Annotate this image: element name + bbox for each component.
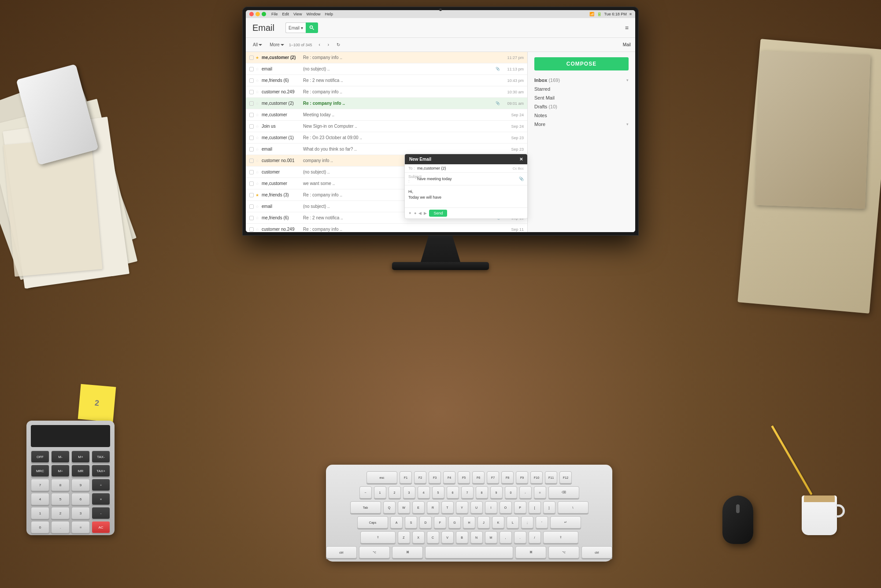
format-icon-1[interactable]: ✦ [408,211,412,215]
folder-item-more[interactable]: More ▾ [534,120,629,129]
calc-key-subtract[interactable]: - [92,507,110,519]
key-f5[interactable]: F5 [458,471,470,484]
calc-key-7[interactable]: 7 [31,479,49,491]
key-v[interactable]: V [441,531,454,544]
email-row[interactable]: ☆ customer no.249 Re : company info .. S… [246,224,527,232]
maximize-button[interactable] [262,12,266,16]
key-return[interactable]: ↵ [550,516,581,529]
email-checkbox[interactable] [249,136,254,140]
key-w[interactable]: W [398,501,410,514]
key-backspace[interactable]: ⌫ [548,486,579,499]
key-o[interactable]: O [500,501,512,514]
star-icon[interactable]: ☆ [255,101,260,106]
key-cmd[interactable]: ⌘ [392,546,423,558]
key-quote[interactable]: ' [536,516,548,529]
key-u[interactable]: U [470,501,483,514]
calc-key-mdiv[interactable]: M÷ [51,465,70,477]
calc-key-mr[interactable]: MR [71,465,90,477]
email-checkbox[interactable] [249,193,254,197]
next-page-button[interactable]: › [325,41,332,48]
key-j[interactable]: J [478,516,490,529]
star-icon[interactable]: ☆ [255,90,260,94]
key-period[interactable]: . [514,531,526,544]
search-button[interactable] [306,22,318,33]
key-x[interactable]: X [412,531,425,544]
format-icon-4[interactable]: ▶ [424,211,427,215]
email-checkbox[interactable] [249,55,254,60]
key-shift-left[interactable]: ⇧ [360,531,396,544]
key-f6[interactable]: F6 [472,471,485,484]
key-rbracket[interactable]: ] [543,501,555,514]
calc-key-mplus[interactable]: M+ [71,451,90,463]
key-option-right[interactable]: ⌥ [548,546,579,558]
key-lbracket[interactable]: [ [529,501,541,514]
key-f12[interactable]: F12 [559,471,572,484]
menu-help[interactable]: Help [325,12,333,16]
calc-key-1[interactable]: 1 [31,507,49,519]
calc-key-off[interactable]: OFF [31,451,49,463]
email-checkbox[interactable] [249,113,254,117]
menu-window[interactable]: Window [306,12,320,16]
star-icon[interactable]: ☆ [255,181,260,186]
key-shift-right[interactable]: ⇧ [543,531,578,544]
folder-item-sent[interactable]: Sent Mail [534,93,629,102]
popup-to-field[interactable]: To : me,customer (2) Cc Bcc [405,164,527,173]
key-ctrl[interactable]: ctrl [326,546,357,558]
key-f1[interactable]: F1 [400,471,412,484]
key-tab[interactable]: Tab [350,501,381,514]
star-icon[interactable]: ☆ [255,159,260,163]
key-p[interactable]: P [514,501,526,514]
key-f8[interactable]: F8 [501,471,514,484]
minimize-button[interactable] [255,12,260,16]
calc-key-mminus[interactable]: M- [51,451,70,463]
key-f9[interactable]: F9 [516,471,528,484]
calc-key-ac[interactable]: AC [92,521,110,533]
email-checkbox[interactable] [249,181,254,186]
key-m[interactable]: M [485,531,497,544]
key-n[interactable]: N [470,531,483,544]
inbox-dropdown-icon[interactable]: ▾ [626,78,629,82]
format-icon-3[interactable]: ◀ [418,211,422,215]
email-row[interactable]: ☆ me,customer (2) Re : company info .. 📎… [246,98,527,109]
star-icon[interactable]: ☆ [255,147,260,152]
compose-button[interactable]: COMPOSE [534,57,629,70]
email-checkbox[interactable] [249,170,254,174]
menu-edit[interactable]: Edit [282,12,289,16]
key-equals[interactable]: = [534,486,546,499]
key-c[interactable]: C [427,531,439,544]
key-3[interactable]: 3 [403,486,415,499]
prev-page-button[interactable]: ‹ [316,41,322,48]
key-t[interactable]: T [441,501,454,514]
key-tilde[interactable]: ~ [359,486,372,499]
key-z[interactable]: Z [398,531,410,544]
popup-send-button[interactable]: Send [429,210,447,217]
key-f7[interactable]: F7 [487,471,499,484]
key-cmd-right[interactable]: ⌘ [515,546,546,558]
key-escape[interactable]: esc [366,471,397,484]
calc-key-equals[interactable]: = [71,521,90,533]
calc-key-divide[interactable]: ÷ [92,479,110,491]
hamburger-menu-icon[interactable]: ≡ [625,24,629,31]
more-dropdown-icon[interactable]: ▾ [626,122,629,126]
email-checkbox[interactable] [249,101,254,106]
key-q[interactable]: Q [383,501,396,514]
star-icon[interactable]: ☆ [255,78,260,83]
star-icon[interactable]: ☆ [255,227,260,232]
key-f3[interactable]: F3 [429,471,441,484]
key-g[interactable]: G [448,516,461,529]
key-8[interactable]: 8 [476,486,488,499]
key-slash[interactable]: / [529,531,541,544]
popup-subject-field[interactable]: Subject : have meeting today 📎 [405,173,527,185]
key-s[interactable]: S [405,516,417,529]
email-row[interactable]: ☆ me,friends (6) Re : 2 new notifica .. … [246,75,527,86]
calc-key-multiply[interactable]: × [92,493,110,505]
email-checkbox[interactable] [249,147,254,152]
key-f2[interactable]: F2 [414,471,426,484]
more-filter-button[interactable]: More [267,41,287,48]
star-icon[interactable]: ☆ [255,216,260,220]
search-dropdown[interactable]: Email ▾ [285,22,306,33]
key-ctrl-right[interactable]: ctrl [581,546,612,558]
calc-key-2[interactable]: 2 [51,507,70,519]
calc-key-5[interactable]: 5 [51,493,70,505]
star-icon[interactable]: ★ [255,55,260,60]
